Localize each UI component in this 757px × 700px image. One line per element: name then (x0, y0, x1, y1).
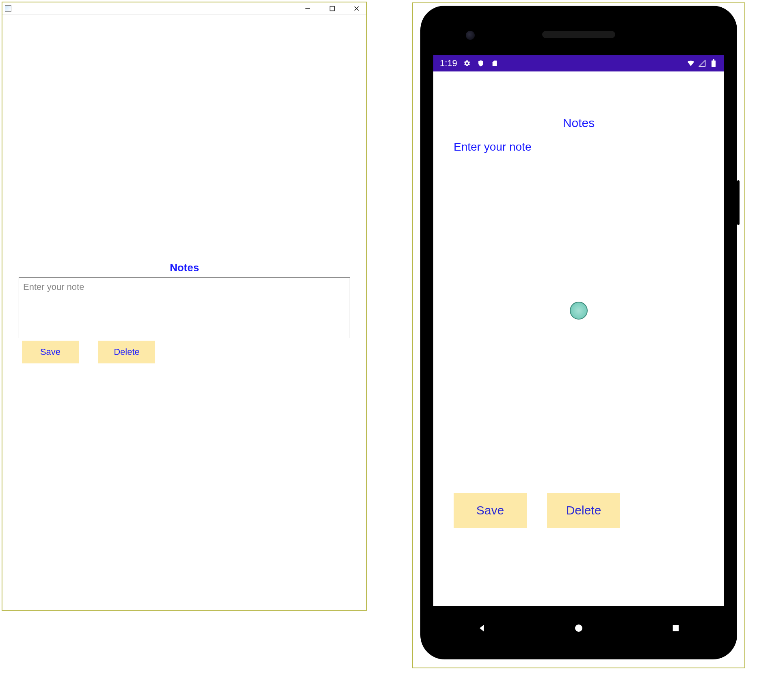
window-controls (301, 4, 364, 13)
sd-card-icon (491, 59, 499, 67)
front-camera-icon (466, 31, 475, 40)
phone-body: 1:19 (420, 6, 737, 659)
minimize-button[interactable] (301, 4, 315, 13)
svg-rect-7 (673, 625, 679, 631)
battery-icon (709, 59, 718, 67)
phone-preview-frame: 1:19 (412, 2, 745, 668)
android-nav-bar (433, 610, 724, 646)
maximize-button[interactable] (325, 4, 340, 13)
svg-rect-1 (330, 6, 335, 11)
phone-bezel: 1:19 (426, 11, 731, 654)
home-button[interactable] (573, 622, 585, 634)
note-input[interactable] (19, 277, 350, 338)
touch-indicator-icon (570, 302, 588, 320)
desktop-button-row: Save Delete (19, 341, 350, 363)
window-app-icon (5, 5, 11, 12)
settings-gear-icon (463, 59, 471, 67)
save-button[interactable]: Save (22, 341, 79, 363)
desktop-window: Notes Save Delete (2, 2, 367, 611)
note-input[interactable]: Enter your note (454, 138, 704, 483)
status-time: 1:19 (440, 58, 457, 69)
svg-rect-5 (713, 59, 714, 60)
notes-heading: Notes (454, 116, 704, 130)
speaker-grille-icon (542, 31, 615, 38)
app-button-row: Save Delete (454, 493, 704, 528)
delete-button[interactable]: Delete (98, 341, 155, 363)
signal-icon (698, 59, 706, 67)
svg-rect-4 (712, 60, 716, 67)
note-placeholder: Enter your note (454, 140, 531, 153)
window-titlebar (2, 2, 366, 15)
app-content: Notes Enter your note Save Delete (433, 71, 724, 606)
close-button[interactable] (349, 4, 364, 13)
phone-power-button (737, 180, 740, 225)
shield-icon (477, 59, 485, 67)
back-button[interactable] (476, 622, 488, 634)
status-bar: 1:19 (433, 55, 724, 71)
save-button[interactable]: Save (454, 493, 527, 528)
notes-heading: Notes (19, 261, 350, 274)
delete-button[interactable]: Delete (547, 493, 620, 528)
svg-point-6 (575, 624, 582, 632)
wifi-icon (687, 59, 695, 67)
recent-apps-button[interactable] (670, 622, 682, 634)
desktop-content: Notes Save Delete (2, 15, 366, 610)
phone-top-bezel (433, 19, 724, 55)
phone-screen: 1:19 (433, 55, 724, 606)
